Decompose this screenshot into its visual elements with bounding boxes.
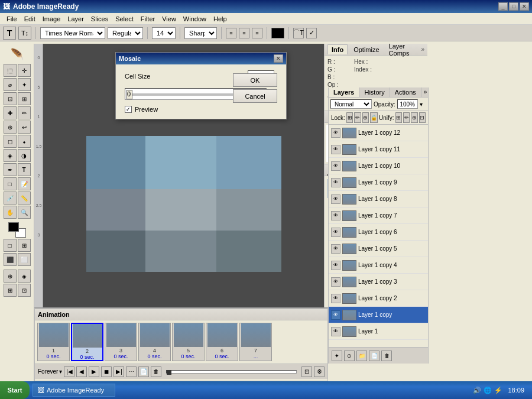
foreground-color[interactable] [8, 222, 19, 232]
standard-mode[interactable]: □ [4, 239, 17, 252]
minimize-button[interactable]: _ [498, 2, 508, 11]
tab-history[interactable]: History [359, 87, 390, 97]
info-expand-button[interactable]: » [421, 46, 424, 53]
frame-time-2[interactable]: 0 sec. [80, 354, 94, 360]
delete-frame-button[interactable]: 🗑 [151, 366, 161, 377]
first-frame-button[interactable]: |◀ [64, 366, 74, 377]
align-left-button[interactable]: ≡ [226, 28, 236, 38]
layer-visibility-12[interactable]: 👁 [331, 128, 340, 138]
frame-time-7[interactable]: ... [254, 353, 258, 359]
new-layer-button[interactable]: 📄 [369, 351, 379, 361]
frame-time-3[interactable]: 0 sec. [113, 353, 128, 359]
layer-item-8[interactable]: 👁 Layer 1 copy 8 [329, 191, 428, 207]
anim-frame-5[interactable]: 5 0 sec. [172, 323, 205, 361]
play-button[interactable]: ▶ [89, 366, 99, 377]
layer-visibility-8[interactable]: 👁 [331, 194, 340, 204]
menu-select[interactable]: Select [112, 14, 137, 24]
quick-mask[interactable]: ⊞ [18, 239, 31, 252]
menu-layer[interactable]: Layer [64, 14, 87, 24]
animation-timeline[interactable] [166, 370, 297, 374]
prev-frame-button[interactable]: ◀ [76, 366, 87, 377]
tab-layers[interactable]: Layers [329, 87, 359, 97]
maximize-button[interactable]: □ [509, 2, 518, 11]
mosaic-slider-thumb[interactable]: 0 [126, 90, 132, 99]
menu-help[interactable]: Help [210, 14, 231, 24]
unify-button3[interactable]: ⊕ [411, 112, 417, 123]
text-tool-button[interactable]: T [3, 27, 16, 40]
font-size-select[interactable]: 14 px [152, 27, 176, 39]
history-brush-tool[interactable]: ↩ [18, 121, 31, 134]
unify-button2[interactable]: ✏ [403, 112, 410, 123]
new-frame-button[interactable]: 📄 [138, 366, 149, 377]
anim-frame-3[interactable]: 3 0 sec. [105, 323, 137, 361]
menu-slices[interactable]: Slices [87, 14, 112, 24]
taskbar-app-button[interactable]: 🖼 Adobe ImageReady [33, 384, 115, 397]
layer-item-10[interactable]: 👁 Layer 1 copy 10 [329, 158, 428, 174]
hand-tool[interactable]: ✋ [4, 206, 17, 219]
layers-expand-button[interactable]: » [421, 87, 430, 97]
shape-tool[interactable]: □ [4, 177, 17, 190]
stop-button[interactable]: ◼ [101, 366, 112, 377]
layer-visibility-4[interactable]: 👁 [331, 261, 340, 270]
measure-tool[interactable]: 📏 [18, 192, 31, 205]
imageready-tool4[interactable]: ⊡ [18, 284, 31, 297]
screen-mode-standard[interactable]: ⬛ [4, 253, 17, 266]
menu-file[interactable]: File [3, 14, 21, 24]
layer-visibility-1[interactable]: 👁 [331, 327, 340, 336]
tab-optimize[interactable]: Optimize [350, 45, 382, 54]
start-button[interactable]: Start [0, 381, 30, 399]
timeline-thumb[interactable] [167, 370, 171, 375]
next-frame-button[interactable]: ▶| [113, 366, 124, 377]
tab-layer-comps[interactable]: Layer Comps [385, 41, 419, 58]
tab-info[interactable]: Info [327, 44, 348, 54]
anim-frame-4[interactable]: 4 0 sec. [138, 323, 171, 361]
layer-item-1[interactable]: 👁 Layer 1 [329, 323, 428, 340]
layer-item-12[interactable]: 👁 Layer 1 copy 12 [329, 125, 428, 141]
mosaic-close-button[interactable]: ✕ [274, 54, 283, 63]
aa-method-select[interactable]: Sharp [184, 27, 217, 39]
warp-text-button[interactable]: ⌒T [293, 28, 304, 38]
add-mask-button[interactable]: ⊙ [344, 351, 355, 361]
layer-item-2[interactable]: 👁 Layer 1 copy 2 [329, 290, 428, 307]
layer-visibility-9[interactable]: 👁 [331, 178, 340, 187]
anim-frame-1[interactable]: 1 0 sec. [37, 323, 70, 361]
layer-item-3[interactable]: 👁 Layer 1 copy 3 [329, 274, 428, 290]
fill-tool[interactable]: ⬥ [18, 135, 31, 148]
brush-tool[interactable]: ✏ [18, 106, 31, 119]
layer-item-7[interactable]: 👁 Layer 1 copy 7 [329, 207, 428, 224]
anim-frame-2[interactable]: 2 0 sec. [71, 323, 103, 361]
layer-item-9[interactable]: 👁 Layer 1 copy 9 [329, 174, 428, 191]
lock-all-button[interactable]: 🔒 [370, 112, 378, 123]
menu-view[interactable]: View [158, 14, 180, 24]
anim-expand-button[interactable]: ⊡ [301, 366, 312, 377]
unify-button1[interactable]: ⊞ [395, 112, 402, 123]
mosaic-preview-checkbox[interactable]: ✓ [125, 106, 132, 113]
menu-image[interactable]: Image [39, 14, 64, 24]
frame-time-6[interactable]: 0 sec. [215, 353, 229, 359]
pen-tool[interactable]: ✒ [4, 163, 17, 176]
lock-transparent-button[interactable]: ⊞ [346, 112, 353, 123]
layer-item-5[interactable]: 👁 Layer 1 copy 5 [329, 241, 428, 257]
stamp-tool[interactable]: ⊛ [4, 121, 17, 134]
layer-visibility-6[interactable]: 👁 [331, 228, 340, 237]
font-family-select[interactable]: Times New Roman [40, 27, 105, 39]
text-tool[interactable]: T [18, 163, 31, 176]
healing-tool[interactable]: ✚ [4, 106, 17, 119]
layer-visibility-10[interactable]: 👁 [331, 161, 340, 171]
text-orient-button[interactable]: T↕ [18, 27, 31, 40]
lasso-tool[interactable]: ⌀ [4, 78, 17, 91]
opacity-arrow[interactable]: ▾ [420, 101, 423, 108]
close-button[interactable]: ✕ [520, 2, 529, 11]
anim-frame-7[interactable]: 7 ... [239, 323, 272, 361]
layer-item-11[interactable]: 👁 Layer 1 copy 11 [329, 141, 428, 158]
imageready-tool3[interactable]: ⊞ [4, 284, 17, 297]
text-color-swatch[interactable] [271, 28, 284, 38]
layer-visibility-11[interactable]: 👁 [331, 145, 340, 154]
delete-layer-button[interactable]: 🗑 [381, 351, 392, 361]
add-style-button[interactable]: ✦ [332, 351, 342, 361]
layer-visibility-2[interactable]: 👁 [331, 294, 340, 303]
menu-window[interactable]: Window [180, 14, 210, 24]
layer-visibility-7[interactable]: 👁 [331, 211, 340, 220]
mosaic-cancel-button[interactable]: Cancel [233, 89, 277, 103]
frame-time-4[interactable]: 0 sec. [147, 353, 161, 359]
